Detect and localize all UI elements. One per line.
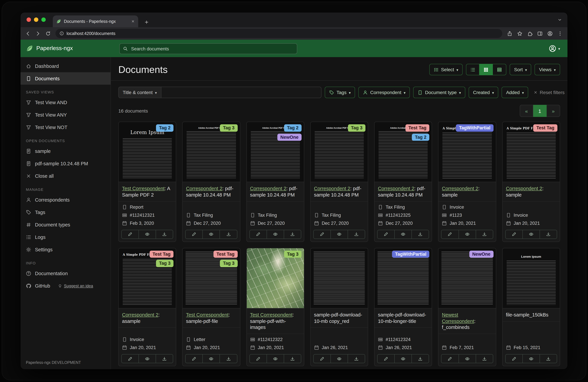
- sidebar-item-correspondents[interactable]: Correspondents: [21, 194, 111, 206]
- edit-document-button[interactable]: [441, 230, 459, 239]
- tag-badge-tag-3[interactable]: Tag 3: [220, 124, 238, 132]
- tab-search-button[interactable]: [557, 18, 562, 22]
- document-card[interactable]: Adobe Acrobat PDF FilesTest TagTag 2Corr…: [374, 122, 432, 242]
- sort-button[interactable]: Sort: [510, 64, 531, 75]
- forward-button[interactable]: [35, 31, 41, 36]
- document-thumbnail[interactable]: Adobe Acrobat PDF FilesTag 2NewOne: [247, 122, 304, 182]
- document-thumbnail[interactable]: Adobe Acrobat PDF FilesTag 3: [183, 122, 240, 182]
- sidebar-item-test-view-any[interactable]: Test View ANY: [21, 108, 111, 121]
- document-card[interactable]: A Simple PDF FileTest TagTag 3Correspond…: [118, 248, 176, 366]
- added-filter-button[interactable]: Added: [502, 87, 528, 98]
- view-document-button[interactable]: [395, 230, 412, 239]
- tag-badge-tag-3[interactable]: Tag 3: [284, 250, 302, 258]
- correspondent-link[interactable]: Correspondent 2: [442, 186, 478, 191]
- view-document-button[interactable]: [267, 230, 284, 239]
- document-card[interactable]: NewOneNewest Correspondent: f_combinedsF…: [438, 248, 496, 366]
- global-search-input[interactable]: [130, 46, 294, 52]
- correspondent-link[interactable]: Correspondent 2: [186, 186, 222, 191]
- tag-badge-test-tag[interactable]: Test Tag: [150, 250, 174, 258]
- sidebar-item-settings[interactable]: Settings: [21, 243, 111, 256]
- edit-document-button[interactable]: [185, 354, 203, 363]
- sidebar-item-tags[interactable]: Tags: [21, 206, 111, 218]
- edit-document-button[interactable]: [505, 230, 523, 239]
- tag-badge-tag-2[interactable]: Tag 2: [284, 124, 302, 132]
- bookmark-button[interactable]: [517, 31, 523, 36]
- tag-badge-test-tag[interactable]: Test Tag: [533, 124, 557, 132]
- view-document-button[interactable]: [331, 354, 348, 363]
- tag-badge-test-tag[interactable]: Test Tag: [213, 250, 237, 258]
- view-details-button[interactable]: [493, 64, 506, 75]
- new-tab-button[interactable]: [142, 20, 151, 25]
- document-card[interactable]: Adobe Acrobat PDF FilesTag 3Corresponden…: [182, 122, 240, 242]
- edit-document-button[interactable]: [249, 230, 267, 239]
- tab-close-button[interactable]: [131, 20, 135, 23]
- edit-document-button[interactable]: [121, 230, 139, 239]
- view-document-button[interactable]: [395, 354, 412, 363]
- tag-badge-tagwithpartial[interactable]: TagWithPartial: [456, 124, 494, 132]
- document-card[interactable]: Lorem ipsumfile-sample_150kBsFeb 15, 202…: [502, 248, 560, 366]
- tag-badge-tag-2[interactable]: Tag 2: [412, 134, 429, 141]
- window-close-button[interactable]: [27, 18, 31, 22]
- correspondent-link[interactable]: Newest Correspondent: [442, 312, 474, 324]
- document-thumbnail[interactable]: TagWithPartial: [375, 248, 432, 308]
- download-document-button[interactable]: [412, 230, 429, 239]
- created-filter-button[interactable]: Created: [469, 87, 498, 98]
- browser-menu-button[interactable]: [557, 31, 563, 36]
- view-document-button[interactable]: [331, 230, 348, 239]
- filter-text-input[interactable]: [161, 87, 321, 98]
- download-document-button[interactable]: [540, 230, 557, 239]
- sidebar-item-suggest-an-idea[interactable]: Suggest an idea: [58, 283, 93, 288]
- edit-document-button[interactable]: [505, 354, 523, 363]
- download-document-button[interactable]: [412, 354, 429, 363]
- view-document-button[interactable]: [459, 354, 476, 363]
- view-grid-button[interactable]: [479, 64, 493, 75]
- view-document-button[interactable]: [139, 354, 156, 363]
- site-info-icon[interactable]: [60, 31, 64, 36]
- document-card[interactable]: Adobe Acrobat PDF FilesTag 2NewOneCorres…: [246, 122, 304, 242]
- view-list-button[interactable]: [466, 64, 479, 75]
- correspondent-link[interactable]: Test Correspondent: [186, 312, 229, 317]
- view-document-button[interactable]: [523, 230, 540, 239]
- edit-document-button[interactable]: [121, 354, 139, 363]
- document-thumbnail[interactable]: Adobe Acrobat PDF FilesTag 3: [311, 122, 368, 182]
- reload-button[interactable]: [45, 31, 51, 36]
- view-document-button[interactable]: [139, 230, 156, 239]
- download-document-button[interactable]: [284, 230, 301, 239]
- document-type-filter-button[interactable]: Document type: [413, 87, 465, 98]
- correspondent-link[interactable]: Correspondent 2: [314, 186, 350, 191]
- document-thumbnail[interactable]: Lorem IpsumTag 2: [119, 122, 176, 182]
- correspondent-link[interactable]: Correspondent 2: [122, 312, 158, 317]
- download-document-button[interactable]: [156, 354, 173, 363]
- app-brand[interactable]: Paperless-ngx: [26, 45, 73, 52]
- download-document-button[interactable]: [476, 354, 493, 363]
- tag-badge-test-tag[interactable]: Test Tag: [405, 124, 429, 132]
- download-document-button[interactable]: [156, 230, 173, 239]
- sidebar-item-dashboard[interactable]: Dashboard: [21, 60, 111, 72]
- edit-document-button[interactable]: [313, 230, 331, 239]
- tag-badge-tag-2[interactable]: Tag 2: [156, 124, 174, 132]
- document-card[interactable]: Lorem IpsumTag 2Test Correspondent: A Sa…: [118, 122, 176, 242]
- document-card[interactable]: Adobe Acrobat PDF FilesTag 3Corresponden…: [310, 122, 368, 242]
- sidebar-item-close-all[interactable]: Close all: [21, 170, 111, 182]
- global-search[interactable]: [119, 43, 297, 54]
- reset-filters-button[interactable]: Reset filters: [532, 89, 567, 95]
- view-document-button[interactable]: [459, 230, 476, 239]
- document-thumbnail[interactable]: A Simple PDF FileTest Tag: [503, 122, 560, 182]
- download-document-button[interactable]: [540, 354, 557, 363]
- tag-badge-tag-3[interactable]: Tag 3: [156, 260, 174, 267]
- document-card[interactable]: A Simple PDF FileTest TagCorrespondent 2…: [502, 122, 560, 242]
- select-button[interactable]: Select: [429, 64, 462, 75]
- edit-document-button[interactable]: [377, 354, 395, 363]
- tag-badge-tagwithpartial[interactable]: TagWithPartial: [392, 250, 429, 258]
- back-button[interactable]: [25, 31, 31, 36]
- correspondent-link[interactable]: Correspondent 2: [506, 186, 542, 191]
- correspondent-link[interactable]: Correspondent 2: [250, 186, 286, 191]
- document-thumbnail[interactable]: A Simple PDF FileTagWithPartial: [439, 122, 496, 182]
- edit-document-button[interactable]: [185, 230, 203, 239]
- document-thumbnail[interactable]: A Simple PDF FileTest TagTag 3: [119, 248, 176, 308]
- pagination-prev[interactable]: «: [520, 105, 533, 117]
- correspondent-filter-button[interactable]: Correspondent: [358, 87, 410, 98]
- download-document-button[interactable]: [476, 230, 493, 239]
- document-thumbnail[interactable]: Test TagTag 3: [183, 248, 240, 308]
- pagination-page-1[interactable]: 1: [533, 105, 547, 117]
